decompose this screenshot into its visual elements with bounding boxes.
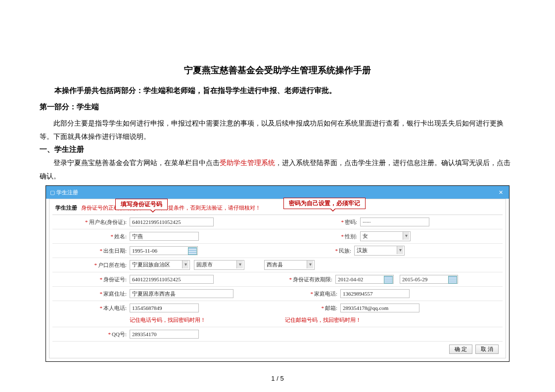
window-title: ▢ 学生注册: [50, 186, 78, 199]
lbl-idno: 身份证号:: [103, 276, 127, 282]
doc-intro: 本操作手册共包括两部分：学生端和老师端，旨在指导学生进行申报、老师进行审批。: [40, 86, 515, 95]
lbl-idvalid: 身份证有效期限:: [293, 276, 332, 282]
cancel-button[interactable]: 取 消: [475, 345, 499, 354]
register-label: 学生注册: [55, 205, 77, 211]
lbl-sex: 性别:: [345, 233, 357, 239]
input-self-tel[interactable]: 13545687849: [130, 304, 199, 312]
email-hint: 记住邮箱号码，找回密码时用！: [285, 316, 361, 324]
page-number: 1 / 5: [0, 375, 555, 382]
sec1-heading: 一、学生注册: [40, 145, 515, 154]
input-user[interactable]: 640122199511052425: [130, 218, 214, 226]
part1-heading: 第一部分：学生端: [40, 102, 515, 112]
lbl-self-tel: 本人电话:: [103, 305, 127, 311]
input-email[interactable]: 289354178@qq.com: [340, 304, 419, 312]
select-nation[interactable]: 汉族: [354, 246, 405, 256]
lbl-user: 用户名(身份证):: [89, 219, 127, 225]
select-region1[interactable]: 宁夏回族自治区: [130, 260, 190, 270]
student-register-window: ▢ 学生注册 ✕ 填写身份证号码 密码为自己设置，必须牢记 学生注册 身份证号的…: [46, 185, 509, 362]
sec1-pre: 登录宁夏燕宝慈善基金会官方网站，在菜单栏目中点击: [53, 159, 220, 167]
part1-para: 此部分主要是指导学生如何进行申报，申报过程中需要注意的事项，以及后续申报成功后如…: [40, 117, 515, 143]
input-addr[interactable]: 宁夏固原市西吉县: [130, 289, 233, 298]
phone-hint: 记住电话号码，找回密码时用！: [130, 316, 206, 324]
input-pwd[interactable]: ······: [360, 218, 429, 226]
annotation-id: 填写身份证号码: [115, 199, 168, 210]
doc-title: 宁夏燕宝慈善基金会受助学生管理系统操作手册: [40, 64, 515, 76]
lbl-name: 姓名:: [114, 233, 127, 239]
lbl-hukou: 户口所在地:: [98, 262, 127, 268]
select-region3[interactable]: 西吉县: [264, 260, 315, 270]
lbl-home-tel: 家庭电话:: [314, 291, 337, 297]
lbl-email: 邮箱:: [325, 305, 337, 311]
lbl-nation: 民族:: [339, 248, 351, 254]
input-name[interactable]: 宁燕: [130, 232, 199, 241]
input-qq[interactable]: 289354170: [130, 330, 199, 339]
sec1-para: 登录宁夏燕宝慈善基金会官方网站，在菜单栏目中点击受助学生管理系统，进入系统登陆界…: [40, 156, 515, 182]
input-birth[interactable]: 1995-11-06: [130, 246, 198, 255]
input-home-tel[interactable]: 13629894557: [340, 289, 410, 298]
lbl-birth: 出生日期:: [103, 248, 127, 254]
input-idvalid-from[interactable]: 2012-04-02: [335, 275, 394, 284]
lbl-addr: 家庭住址:: [103, 291, 127, 297]
close-icon[interactable]: ✕: [496, 186, 505, 199]
lbl-qq: QQ号:: [112, 331, 127, 337]
input-idvalid-to[interactable]: 2015-05-29: [400, 275, 458, 284]
input-idno[interactable]: 640122199511052425: [130, 275, 214, 284]
lbl-pwd: 密码:: [345, 219, 357, 225]
select-sex[interactable]: 女: [360, 231, 411, 241]
select-region2[interactable]: 固原市: [194, 260, 244, 270]
register-warning: 身份证号的正确填写是认证成功的前提条件，否则无法验证，请仔细核对！: [81, 205, 261, 211]
ok-button[interactable]: 确 定: [449, 345, 472, 354]
annotation-pwd: 密码为自己设置，必须牢记: [283, 198, 366, 209]
system-link: 受助学生管理系统: [220, 159, 275, 167]
